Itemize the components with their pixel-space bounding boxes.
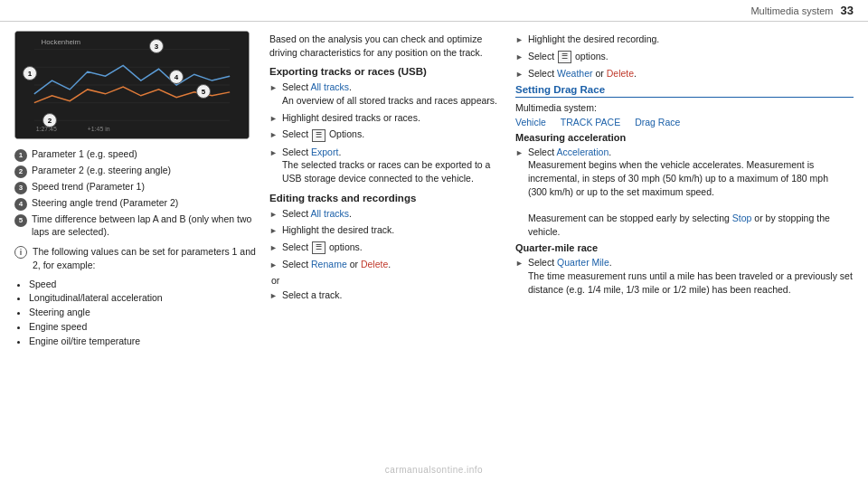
bullet-speed: Speed (29, 278, 259, 292)
edit-step-1: ► Select All tracks. (269, 207, 505, 221)
arrow-icon-12: ► (515, 69, 524, 80)
badge-5: 5 (196, 84, 211, 99)
info-box: i The following values can be set for pa… (14, 245, 259, 271)
right-column: ► Highlight the desired recording. ► Sel… (515, 31, 854, 471)
arrow-icon-5: ► (269, 209, 278, 221)
info-icon: i (14, 246, 27, 259)
quarter-heading: Quarter-mile race (515, 242, 854, 253)
param-item-3: 3 Speed trend (Parameter 1) (14, 181, 259, 194)
arrow-icon-6: ► (269, 225, 278, 237)
weather-link[interactable]: Weather (557, 68, 593, 79)
badge-3: 3 (149, 39, 164, 53)
svg-text:+1:45 in: +1:45 in (88, 126, 110, 132)
export-step-4: ► Select Export. The selected tracks or … (269, 146, 505, 185)
mm-nav-vehicle[interactable]: Vehicle (515, 117, 546, 128)
mm-nav: Vehicle TRACK PACE Drag Race (515, 117, 854, 128)
or-text: or (269, 275, 505, 286)
arrow-icon-4: ► (269, 147, 278, 159)
right-step-1: ► Highlight the desired recording. (515, 33, 854, 46)
arrow-icon-10: ► (515, 34, 524, 46)
param-list: 1 Parameter 1 (e.g. speed) 2 Parameter 2… (14, 148, 259, 238)
drag-race-title: Setting Drag Race (515, 84, 605, 95)
bullet-list: Speed Longitudinal/lateral acceleration … (14, 278, 259, 349)
arrow-icon-8: ► (269, 260, 278, 271)
main-content: Hockenheim 1:27:45 +1:45 in 1 2 3 4 5 1 … (0, 22, 868, 480)
param-item-2: 2 Parameter 2 (e.g. steering angle) (14, 165, 259, 178)
arrow-icon-7: ► (269, 242, 278, 254)
badge-4: 4 (169, 70, 184, 84)
stop-link[interactable]: Stop (732, 213, 752, 223)
bullet-accel: Longitudinal/lateral acceleration (29, 291, 259, 306)
param-item-5: 5 Time difference between lap A and B (o… (14, 213, 259, 238)
all-tracks-link-2[interactable]: All tracks (310, 208, 349, 219)
arrow-icon-9: ► (269, 290, 278, 302)
header-title: Multimedia system (750, 5, 833, 16)
param-item-4: 4 Steering angle trend (Parameter 2) (14, 197, 259, 211)
mm-nav-trackpace[interactable]: TRACK PACE (561, 117, 620, 128)
mm-nav-dragrace[interactable]: Drag Race (635, 117, 680, 128)
export-step-3: ► Select ☰ Options. (269, 128, 505, 141)
arrow-icon-3: ► (269, 129, 278, 141)
param-num-5: 5 (14, 214, 27, 227)
right-step-2: ► Select ☰ options. (515, 50, 854, 63)
param-item-1: 1 Parameter 1 (e.g. speed) (14, 148, 259, 162)
options-icon-1: ☰ (312, 129, 326, 142)
panel-inner: Hockenheim 1:27:45 +1:45 in 1 2 3 4 5 (15, 32, 249, 138)
arrow-icon-2: ► (269, 113, 278, 125)
select-track-step: ► Select a track. (269, 288, 505, 302)
acceleration-link[interactable]: Acceleration (556, 146, 609, 157)
header-bar: Multimedia system 33 (0, 0, 868, 22)
header-page: 33 (841, 4, 854, 17)
arrow-icon-1: ► (269, 82, 278, 94)
param-num-2: 2 (14, 165, 27, 178)
delete-link-2[interactable]: Delete (607, 68, 634, 79)
measuring-step-1: ► Select Acceleration. Measurement begin… (515, 146, 854, 239)
svg-text:Hockenheim: Hockenheim (41, 38, 80, 46)
export-step-1: ► Select All tracks. An overview of all … (269, 80, 505, 107)
analysis-text: Based on the analysis you can check and … (269, 33, 505, 59)
right-step-3: ► Select Weather or Delete. (515, 67, 854, 80)
bullet-engine-temp: Engine oil/tire temperature (29, 335, 259, 349)
bullet-engine-speed: Engine speed (29, 320, 259, 335)
export-step-2: ► Highlight desired tracks or races. (269, 111, 505, 125)
edit-step-4: ► Select Rename or Delete. (269, 258, 505, 271)
badge-1: 1 (23, 66, 37, 80)
param-num-3: 3 (14, 182, 27, 194)
quarter-mile-link[interactable]: Quarter Mile (557, 257, 609, 268)
rename-link[interactable]: Rename (311, 259, 347, 269)
left-column: Hockenheim 1:27:45 +1:45 in 1 2 3 4 5 1 … (14, 31, 259, 471)
instrument-panel: Hockenheim 1:27:45 +1:45 in 1 2 3 4 5 (14, 31, 250, 139)
export-heading: Exporting tracks or races (USB) (269, 66, 505, 77)
edit-step-2: ► Highlight the desired track. (269, 223, 505, 237)
measuring-heading: Measuring acceleration (515, 132, 854, 143)
arrow-icon-14: ► (515, 258, 524, 269)
delete-link-1[interactable]: Delete (361, 259, 388, 269)
edit-heading: Editing tracks and recordings (269, 193, 505, 203)
mm-system-label: Multimedia system: (515, 102, 854, 113)
options-icon-2: ☰ (312, 241, 326, 254)
edit-step-3: ► Select ☰ options. (269, 241, 505, 254)
arrow-icon-11: ► (515, 52, 524, 63)
export-link[interactable]: Export (311, 146, 338, 157)
options-icon-3: ☰ (558, 51, 571, 63)
badge-2: 2 (42, 113, 57, 128)
mid-column: Based on the analysis you can check and … (269, 31, 505, 471)
quarter-step-1: ► Select Quarter Mile. The time measurem… (515, 256, 854, 296)
all-tracks-link-1[interactable]: All tracks (310, 81, 349, 92)
arrow-icon-13: ► (515, 147, 524, 159)
watermark: carmanualsontine.info (0, 465, 868, 475)
param-num-4: 4 (14, 198, 27, 211)
param-num-1: 1 (14, 149, 27, 162)
drag-race-section: Setting Drag Race (515, 84, 854, 98)
bullet-steering: Steering angle (29, 306, 259, 320)
